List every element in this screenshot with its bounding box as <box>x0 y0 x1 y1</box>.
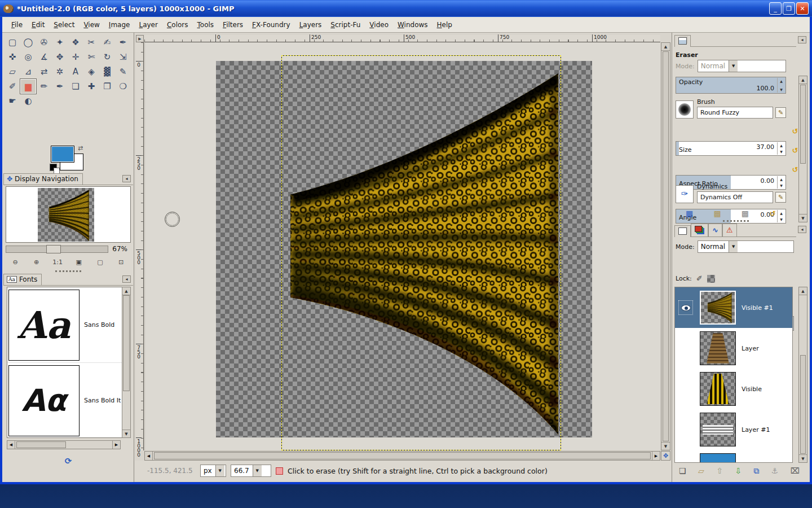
font-list-hscrollbar[interactable]: ◀ ▶ <box>7 440 121 449</box>
menu-colors[interactable]: Colors <box>162 19 193 31</box>
tool-cage-transform[interactable]: ✲ <box>52 64 68 79</box>
tool-scissors-select[interactable]: ✂ <box>83 35 99 50</box>
refresh-fonts-button[interactable]: ⟳ <box>3 456 133 466</box>
scroll-down-icon[interactable]: ▼ <box>661 442 670 450</box>
zoom-slider-handle[interactable] <box>46 245 61 253</box>
tab-display-navigation[interactable]: ✥ Display Navigation <box>3 173 83 185</box>
minimize-button[interactable]: _ <box>769 2 782 15</box>
brush-thumbnail[interactable] <box>676 100 694 119</box>
tool-select-by-color[interactable]: ❖ <box>68 35 83 50</box>
tab-layers[interactable] <box>674 225 691 237</box>
scroll-right-icon[interactable]: ▶ <box>652 452 660 460</box>
tool-paths[interactable]: ✒ <box>115 35 131 50</box>
tool-smudge[interactable]: ☛ <box>5 94 20 108</box>
tool-fuzzy-select[interactable]: ✦ <box>52 35 68 50</box>
tab-paths[interactable]: ∿ <box>708 224 722 237</box>
tool-perspective-clone[interactable]: ❐ <box>99 79 115 94</box>
tab-fonts[interactable]: Aa Fonts <box>3 274 42 285</box>
font-item[interactable]: AαSans Bold It <box>7 363 122 438</box>
new-layer-group-icon[interactable]: ▱ <box>698 466 704 476</box>
close-button[interactable]: ✕ <box>796 2 809 15</box>
menu-layer[interactable]: Layer <box>134 19 162 31</box>
layer-row[interactable]: Layer #1 <box>675 409 792 450</box>
chevron-down-icon[interactable]: ▼ <box>729 241 738 252</box>
size-slider[interactable]: Size 37.00 ▲▼ <box>676 141 786 156</box>
tool-ink[interactable]: ✒ <box>52 79 68 94</box>
menu-help[interactable]: Help <box>433 19 457 31</box>
tool-color-picker[interactable]: ✜ <box>5 50 20 64</box>
tool-rectangle-select[interactable]: ▢ <box>5 35 20 50</box>
tool-free-select[interactable]: ✇ <box>36 35 52 50</box>
menu-select[interactable]: Select <box>49 19 79 31</box>
panel-collapse-icon[interactable]: ◂ <box>122 175 131 182</box>
swap-colors-icon[interactable]: ⇄ <box>78 144 83 152</box>
dynamics-thumbnail[interactable]: ✑ <box>676 185 694 203</box>
scroll-right-icon[interactable]: ▶ <box>112 441 120 449</box>
tool-paintbrush[interactable]: ✐ <box>5 79 20 94</box>
save-tool-preset-icon[interactable]: ▦ <box>686 209 693 218</box>
canvas-vertical-scrollbar[interactable]: ▲ ▼ <box>661 42 670 450</box>
scroll-down-icon[interactable]: ▼ <box>799 214 807 222</box>
menu-layers[interactable]: Layers <box>295 19 326 31</box>
zoom-out-button[interactable]: ⊖ <box>9 257 21 267</box>
scroll-left-icon[interactable]: ◀ <box>145 452 153 460</box>
zoom-selection-button[interactable]: ⊡ <box>115 257 127 267</box>
layer-list-scrollbar[interactable]: ▲ ▼ <box>798 287 807 463</box>
raise-layer-icon[interactable]: ⇧ <box>716 466 723 476</box>
menu-edit[interactable]: Edit <box>27 19 49 31</box>
maximize-button[interactable]: ❐ <box>783 2 795 15</box>
panel-collapse-icon[interactable]: ◂ <box>798 226 806 233</box>
layer-row[interactable]: Visible <box>675 369 792 409</box>
tool-clone[interactable]: ❏ <box>68 79 83 94</box>
layer-name[interactable]: Visible <box>742 386 762 393</box>
font-item[interactable]: AaSans Bold <box>7 287 122 363</box>
restore-tool-preset-icon[interactable]: ▩ <box>713 209 721 218</box>
duplicate-layer-icon[interactable]: ⧉ <box>753 466 759 476</box>
tool-heal[interactable]: ✚ <box>83 79 99 94</box>
zoom-1-1-button[interactable]: 1:1 <box>51 257 64 267</box>
scroll-up-icon[interactable]: ▲ <box>122 287 130 295</box>
tool-shear[interactable]: ▱ <box>5 64 20 79</box>
spinner-arrows[interactable]: ▲▼ <box>777 142 785 155</box>
tool-measure[interactable]: ∡ <box>36 50 52 64</box>
panel-resize-handle[interactable] <box>723 220 749 222</box>
menu-video[interactable]: Video <box>365 19 393 31</box>
image-viewport[interactable] <box>144 42 660 450</box>
tool-bucket-fill[interactable]: ◈ <box>83 64 99 79</box>
scroll-up-icon[interactable]: ▲ <box>799 287 807 295</box>
tool-rotate[interactable]: ↻ <box>99 50 115 64</box>
lock-alpha-icon[interactable] <box>707 275 715 283</box>
layer-mode-select[interactable]: Normal ▼ <box>698 240 794 253</box>
chevron-down-icon[interactable]: ▼ <box>253 465 262 476</box>
zoom-fill-window-button[interactable]: ▢ <box>94 257 106 267</box>
tool-scale[interactable]: ⇲ <box>115 50 131 64</box>
scroll-down-icon[interactable]: ▼ <box>799 454 807 462</box>
chevron-down-icon[interactable]: ▼ <box>729 60 738 72</box>
unit-select[interactable]: px ▼ <box>200 465 226 477</box>
menu-windows[interactable]: Windows <box>393 19 433 31</box>
tab-tool-options[interactable] <box>674 35 691 47</box>
tool-foreground-select[interactable]: ✍ <box>99 35 115 50</box>
title-bar[interactable]: *Untitled-2.0 (RGB color, 5 layers) 1000… <box>0 0 812 17</box>
menu-file[interactable]: File <box>7 19 27 31</box>
tool-pencil[interactable]: ✎ <box>115 64 131 79</box>
spinner-arrows[interactable]: ▲▼ <box>777 78 785 93</box>
tool-gradient[interactable]: ▓ <box>99 64 115 79</box>
menu-view[interactable]: View <box>79 19 104 31</box>
layer-row[interactable] <box>675 450 792 463</box>
tool-eraser[interactable]: ▆ <box>20 79 36 94</box>
menu-fx-foundry[interactable]: FX-Foundry <box>248 19 295 31</box>
scroll-left-icon[interactable]: ◀ <box>7 441 15 449</box>
zoom-in-button[interactable]: ⊕ <box>30 257 43 267</box>
default-colors-icon[interactable] <box>50 164 57 171</box>
lock-pixels-icon[interactable]: ✐ <box>696 274 703 283</box>
tool-blur-sharpen[interactable]: ❍ <box>115 79 131 94</box>
dynamics-name-field[interactable]: Dynamics Off <box>697 191 773 203</box>
layer-name[interactable]: Layer <box>742 345 759 352</box>
navigate-image-button[interactable]: ✥ <box>661 451 670 461</box>
scroll-up-icon[interactable]: ▲ <box>661 43 670 51</box>
tool-ellipse-select[interactable]: ◯ <box>20 35 36 50</box>
vertical-ruler[interactable]: 02505007501000 <box>136 42 144 450</box>
tab-error-console[interactable]: ⚠ <box>722 224 737 237</box>
lower-layer-icon[interactable]: ⇩ <box>735 466 742 476</box>
